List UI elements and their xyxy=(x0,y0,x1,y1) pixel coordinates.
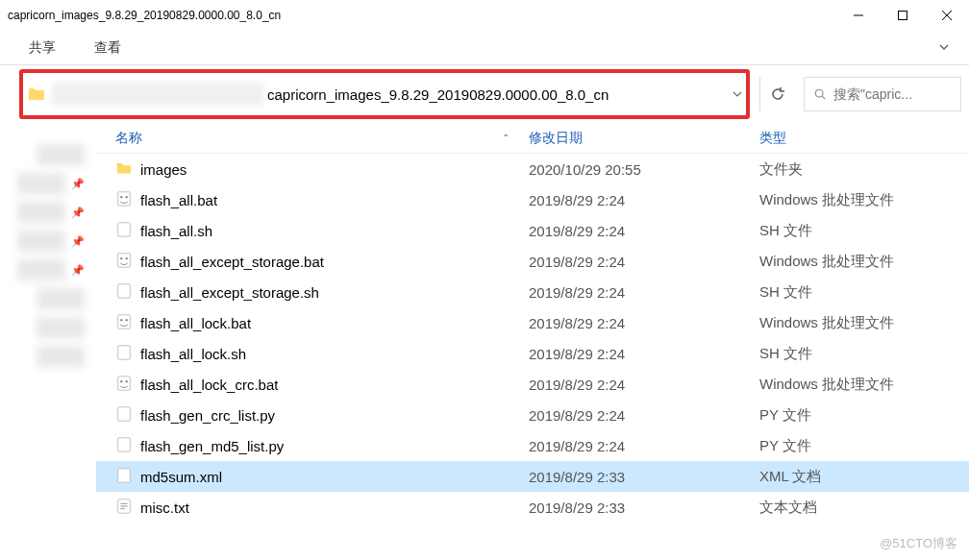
file-type: Windows 批处理文件 xyxy=(759,253,952,271)
file-icon xyxy=(115,467,133,487)
window-controls xyxy=(836,0,969,31)
file-name: images xyxy=(140,161,186,178)
file-name-cell: flash_gen_crc_list.py xyxy=(115,405,529,426)
ribbon-tabs: 共享 查看 xyxy=(0,31,969,65)
file-type: SH 文件 xyxy=(759,345,952,363)
svg-rect-22 xyxy=(118,437,131,450)
file-row[interactable]: flash_all_lock.sh2019/8/29 2:24SH 文件 xyxy=(96,338,969,369)
svg-rect-23 xyxy=(118,468,131,481)
file-name: flash_all_lock.bat xyxy=(140,315,251,331)
file-date: 2020/10/29 20:55 xyxy=(529,161,759,178)
folder-icon xyxy=(27,85,46,104)
column-header-type[interactable]: 类型 xyxy=(759,130,952,147)
file-date: 2019/8/29 2:24 xyxy=(529,377,759,393)
file-name-cell: flash_all_lock.bat xyxy=(115,313,529,333)
file-type: SH 文件 xyxy=(759,283,952,302)
file-name-cell: flash_all_except_storage.sh xyxy=(115,282,529,303)
file-row[interactable]: flash_all.sh2019/8/29 2:24SH 文件 xyxy=(96,215,969,246)
file-icon xyxy=(115,282,133,303)
file-name: misc.txt xyxy=(140,499,189,516)
file-icon xyxy=(115,190,133,210)
file-date: 2019/8/29 2:24 xyxy=(529,254,759,270)
ribbon-tab-view[interactable]: 查看 xyxy=(94,39,121,57)
svg-rect-1 xyxy=(899,12,907,20)
pin-icon: 📌 xyxy=(71,235,85,248)
file-type: Windows 批处理文件 xyxy=(759,314,952,332)
address-bar[interactable]: capricorn_images_9.8.29_20190829.0000.00… xyxy=(19,69,750,119)
file-name: flash_all_lock.sh xyxy=(140,346,246,362)
svg-rect-6 xyxy=(118,191,131,205)
search-box[interactable] xyxy=(804,77,961,111)
file-list: 名称 ⌃ 修改日期 类型 images2020/10/29 20:55文件夹fl… xyxy=(96,123,969,560)
ribbon-collapse-icon[interactable] xyxy=(938,40,950,56)
column-header-date[interactable]: 修改日期 xyxy=(529,130,759,147)
quick-access-item[interactable] xyxy=(0,315,96,340)
svg-point-19 xyxy=(120,380,122,382)
file-date: 2019/8/29 2:24 xyxy=(529,192,759,208)
file-row[interactable]: flash_all_lock.bat2019/8/29 2:24Windows … xyxy=(96,307,969,338)
window-title: capricorn_images_9.8.29_20190829.0000.00… xyxy=(8,9,281,22)
refresh-button[interactable] xyxy=(759,77,794,111)
file-type: PY 文件 xyxy=(759,437,952,455)
file-name-cell: flash_all_lock_crc.bat xyxy=(115,375,529,395)
file-type: Windows 批处理文件 xyxy=(759,376,952,394)
file-date: 2019/8/29 2:24 xyxy=(529,315,759,331)
minimize-button[interactable] xyxy=(836,0,881,31)
quick-access-item[interactable]: 📌 xyxy=(0,200,96,225)
file-row[interactable]: flash_all_lock_crc.bat2019/8/29 2:24Wind… xyxy=(96,369,969,400)
file-icon xyxy=(115,405,133,426)
maximize-button[interactable] xyxy=(881,0,925,31)
quick-access-item[interactable]: 📌 xyxy=(0,257,96,282)
file-row[interactable]: flash_all_except_storage.sh2019/8/29 2:2… xyxy=(96,277,969,307)
svg-rect-14 xyxy=(118,314,131,328)
ribbon-tab-share[interactable]: 共享 xyxy=(29,39,56,57)
quick-access-item[interactable]: 📌 xyxy=(0,229,96,254)
file-name-cell: flash_all_except_storage.bat xyxy=(115,252,529,272)
file-row[interactable]: flash_all_except_storage.bat2019/8/29 2:… xyxy=(96,246,969,277)
file-date: 2019/8/29 2:24 xyxy=(529,407,759,424)
svg-rect-10 xyxy=(118,253,131,266)
svg-point-15 xyxy=(120,319,122,321)
quick-access-item[interactable]: 📌 xyxy=(0,171,96,196)
file-name: flash_all_except_storage.bat xyxy=(140,254,324,270)
column-header-name[interactable]: 名称 ⌃ xyxy=(115,130,529,147)
file-type: 文件夹 xyxy=(759,160,952,179)
file-type: XML 文档 xyxy=(759,468,952,486)
file-row[interactable]: flash_gen_crc_list.py2019/8/29 2:24PY 文件 xyxy=(96,400,969,430)
file-row[interactable]: flash_all.bat2019/8/29 2:24Windows 批处理文件 xyxy=(96,184,969,215)
quick-access-item[interactable] xyxy=(0,344,96,369)
svg-rect-21 xyxy=(118,406,131,420)
svg-point-8 xyxy=(126,196,128,198)
file-name-cell: md5sum.xml xyxy=(115,467,529,487)
address-blurred-segment xyxy=(52,83,263,106)
svg-rect-18 xyxy=(118,376,131,389)
file-name: flash_all.sh xyxy=(140,223,212,239)
file-row[interactable]: misc.txt2019/8/29 2:33文本文档 xyxy=(96,492,969,523)
file-row[interactable]: flash_gen_md5_list.py2019/8/29 2:24PY 文件 xyxy=(96,430,969,461)
file-icon xyxy=(115,252,133,272)
chevron-down-icon[interactable] xyxy=(733,86,742,102)
svg-point-12 xyxy=(126,257,128,259)
file-name: flash_all_except_storage.sh xyxy=(140,284,319,301)
file-date: 2019/8/29 2:33 xyxy=(529,469,759,485)
svg-point-4 xyxy=(815,89,823,97)
pin-icon: 📌 xyxy=(71,207,85,219)
search-input[interactable] xyxy=(833,86,951,102)
file-row[interactable]: images2020/10/29 20:55文件夹 xyxy=(96,154,969,184)
svg-rect-13 xyxy=(118,283,131,297)
quick-access-item[interactable] xyxy=(0,286,96,311)
file-icon xyxy=(115,498,133,518)
quick-access-item[interactable] xyxy=(0,142,96,167)
sort-arrow-icon: ⌃ xyxy=(502,133,509,143)
file-icon xyxy=(115,221,133,241)
file-type: PY 文件 xyxy=(759,406,952,425)
address-path: capricorn_images_9.8.29_20190829.0000.00… xyxy=(267,86,725,103)
titlebar: capricorn_images_9.8.29_20190829.0000.00… xyxy=(0,0,969,31)
file-name: flash_all_lock_crc.bat xyxy=(140,377,278,393)
svg-line-5 xyxy=(822,96,825,99)
file-row[interactable]: md5sum.xml2019/8/29 2:33XML 文档 xyxy=(96,461,969,492)
file-date: 2019/8/29 2:33 xyxy=(529,499,759,516)
file-type: Windows 批处理文件 xyxy=(759,191,952,209)
close-button[interactable] xyxy=(925,0,969,31)
file-icon xyxy=(115,313,133,333)
